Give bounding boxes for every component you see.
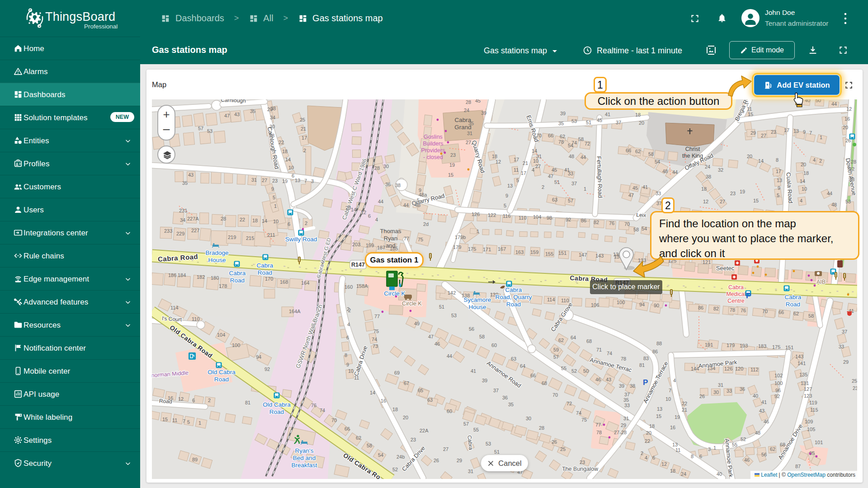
- svg-text:30: 30: [269, 124, 275, 129]
- svg-text:6: 6: [368, 213, 371, 219]
- svg-text:6: 6: [288, 221, 290, 227]
- svg-text:38: 38: [706, 174, 711, 179]
- svg-text:50: 50: [583, 368, 589, 374]
- svg-text:1: 1: [198, 420, 201, 426]
- svg-text:151: 151: [558, 250, 566, 256]
- svg-text:89: 89: [192, 457, 198, 462]
- svg-text:75: 75: [581, 417, 587, 422]
- svg-text:66: 66: [530, 373, 536, 378]
- svg-text:83: 83: [643, 356, 649, 361]
- svg-text:34: 34: [270, 115, 275, 120]
- svg-text:35: 35: [558, 121, 564, 126]
- svg-text:82: 82: [713, 306, 719, 311]
- svg-text:6: 6: [292, 173, 294, 178]
- svg-text:10: 10: [288, 165, 294, 170]
- svg-text:7: 7: [809, 130, 812, 136]
- svg-text:92: 92: [264, 366, 270, 372]
- svg-text:4: 4: [800, 198, 802, 203]
- svg-text:7: 7: [183, 418, 185, 424]
- svg-text:9: 9: [346, 362, 349, 367]
- svg-text:15: 15: [448, 172, 453, 178]
- svg-text:31: 31: [468, 469, 473, 474]
- svg-text:11: 11: [354, 375, 359, 380]
- svg-text:14: 14: [370, 390, 375, 395]
- svg-text:8: 8: [691, 454, 693, 459]
- svg-text:110: 110: [519, 215, 527, 221]
- svg-text:36: 36: [385, 182, 391, 187]
- svg-text:70: 70: [536, 133, 542, 138]
- svg-text:6: 6: [699, 454, 702, 459]
- svg-text:63: 63: [427, 397, 433, 403]
- svg-text:P: P: [746, 291, 751, 300]
- svg-text:92: 92: [774, 394, 780, 399]
- svg-text:5: 5: [504, 203, 506, 208]
- svg-text:6: 6: [652, 455, 655, 460]
- svg-text:229: 229: [176, 231, 184, 236]
- svg-text:116: 116: [503, 213, 511, 219]
- svg-text:33: 33: [568, 171, 573, 176]
- svg-text:75: 75: [418, 237, 423, 242]
- svg-text:13: 13: [777, 178, 782, 183]
- svg-text:1: 1: [274, 203, 277, 209]
- svg-text:219: 219: [228, 235, 236, 240]
- svg-text:32: 32: [849, 166, 854, 172]
- svg-text:1: 1: [713, 445, 716, 450]
- svg-text:Road: Road: [230, 277, 245, 284]
- svg-text:Cabra: Cabra: [728, 284, 744, 291]
- svg-text:3: 3: [311, 178, 314, 184]
- svg-text:2d: 2d: [423, 221, 429, 227]
- svg-text:21: 21: [523, 160, 528, 166]
- svg-text:66: 66: [778, 310, 784, 315]
- svg-text:20: 20: [646, 430, 651, 436]
- svg-text:92: 92: [566, 217, 571, 222]
- svg-text:13: 13: [295, 178, 300, 183]
- svg-text:26: 26: [434, 458, 439, 463]
- svg-text:34: 34: [180, 217, 185, 223]
- svg-text:23: 23: [580, 460, 585, 465]
- svg-text:23: 23: [730, 191, 736, 196]
- svg-text:74: 74: [576, 410, 581, 416]
- svg-text:114: 114: [170, 305, 179, 310]
- svg-text:101: 101: [815, 440, 823, 445]
- svg-text:22: 22: [645, 438, 650, 444]
- svg-text:Road: Road: [506, 301, 521, 308]
- svg-text:5: 5: [187, 419, 190, 425]
- svg-text:20: 20: [843, 125, 848, 130]
- svg-text:62: 62: [793, 311, 799, 316]
- svg-text:36: 36: [740, 386, 745, 392]
- svg-text:54: 54: [568, 143, 573, 148]
- svg-text:59: 59: [553, 347, 559, 352]
- svg-text:127: 127: [804, 386, 812, 392]
- svg-text:168: 168: [280, 279, 288, 285]
- svg-text:15: 15: [162, 417, 168, 422]
- svg-text:81: 81: [639, 362, 645, 368]
- svg-text:100: 100: [617, 300, 625, 305]
- svg-text:12: 12: [361, 210, 366, 215]
- svg-text:77: 77: [374, 314, 380, 319]
- svg-text:31: 31: [718, 382, 723, 388]
- svg-text:28: 28: [221, 216, 226, 221]
- svg-text:29: 29: [621, 422, 626, 428]
- svg-text:41: 41: [761, 399, 767, 405]
- svg-text:Cabra: Cabra: [785, 294, 802, 300]
- svg-text:Old Cabra: Old Cabra: [263, 401, 291, 408]
- svg-text:House: House: [208, 257, 226, 263]
- svg-text:32: 32: [718, 167, 723, 173]
- svg-text:2: 2: [208, 398, 211, 403]
- svg-text:18: 18: [701, 186, 707, 192]
- svg-text:9: 9: [803, 129, 806, 135]
- svg-text:17: 17: [302, 135, 307, 141]
- svg-text:27: 27: [262, 178, 267, 183]
- svg-text:160: 160: [344, 284, 353, 290]
- svg-text:39: 39: [481, 110, 486, 116]
- svg-text:45: 45: [552, 167, 557, 173]
- svg-text:119: 119: [809, 400, 817, 405]
- svg-text:100: 100: [774, 380, 783, 386]
- svg-text:28: 28: [374, 165, 380, 171]
- svg-text:135: 135: [799, 372, 807, 377]
- svg-text:69: 69: [394, 370, 400, 375]
- svg-text:72: 72: [566, 401, 572, 406]
- svg-text:182: 182: [197, 274, 205, 280]
- svg-text:- closed: - closed: [423, 154, 443, 160]
- svg-text:215: 215: [246, 235, 254, 241]
